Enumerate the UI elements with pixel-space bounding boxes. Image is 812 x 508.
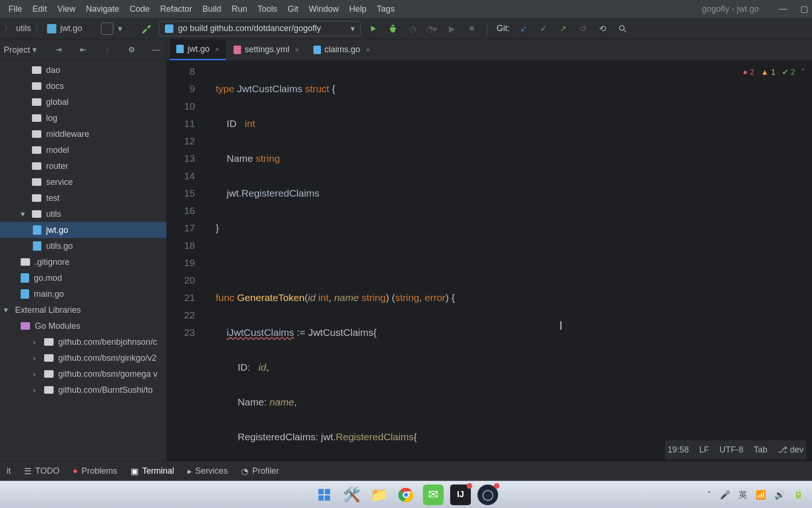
project-view-selector[interactable]: Project ▾ [4, 45, 40, 55]
problems-tool-button[interactable]: ● Problems [73, 466, 117, 476]
close-tab-icon[interactable]: × [364, 46, 370, 54]
taskbar-app-1[interactable]: 🛠️ [341, 484, 362, 505]
user-avatar[interactable] [101, 23, 113, 35]
tree-node-global[interactable]: global [0, 94, 166, 110]
module-node[interactable]: ›github.com/benbjohnson/c [0, 334, 166, 350]
stop-button[interactable]: ■ [464, 21, 479, 36]
external-libraries[interactable]: ▾External Libraries [0, 302, 166, 318]
battery-icon[interactable]: 🔋 [793, 490, 804, 500]
line-number[interactable]: 13 [167, 150, 195, 167]
debug-button[interactable] [385, 21, 400, 36]
wechat-icon[interactable]: ✉ [423, 484, 444, 505]
indent-setting[interactable]: Tab [754, 445, 767, 455]
line-number[interactable]: 14 [167, 167, 195, 184]
editor-tab-settings-yml[interactable]: settings.yml× [227, 39, 306, 60]
line-separator[interactable]: LF [699, 445, 709, 455]
services-tool-button[interactable]: ▸ Services [187, 466, 228, 476]
editor-tab-claims-go[interactable]: claims.go× [307, 39, 377, 60]
profiler-tool-button[interactable]: ◔ Profiler [241, 466, 279, 476]
profile-button[interactable]: ◔▸ [425, 21, 440, 36]
inspections-widget[interactable]: ● 2 ▲ 1 ✔ 2 ˆ [743, 64, 804, 81]
menu-file[interactable]: File [4, 2, 27, 16]
line-number[interactable]: 17 [167, 219, 195, 237]
coverage-button[interactable]: ◷ [405, 21, 420, 36]
menu-run[interactable]: Run [227, 2, 252, 16]
tree-node-service[interactable]: service [0, 174, 166, 190]
settings-gear-icon[interactable]: ⚙ [125, 43, 138, 56]
line-number[interactable]: 8 [167, 63, 195, 80]
editor-tab-jwt-go[interactable]: jwt.go× [170, 39, 226, 60]
git-branch[interactable]: ⎇ dev [778, 444, 804, 455]
line-number[interactable]: 21 [167, 289, 195, 306]
menu-refactor[interactable]: Refactor [156, 2, 197, 16]
todo-tool-button[interactable]: ☰ TODO [24, 466, 60, 476]
volume-icon[interactable]: 🔊 [774, 490, 785, 500]
line-number[interactable]: 22 [167, 306, 195, 324]
search-everywhere-icon[interactable] [615, 21, 630, 36]
module-node[interactable]: ›github.com/bsm/ginkgo/v2 [0, 350, 166, 366]
run-button[interactable] [366, 21, 381, 36]
git-tool-button[interactable]: it [7, 466, 11, 476]
build-hammer-icon[interactable] [139, 21, 154, 36]
tree-node--gitignore[interactable]: .gitignore [0, 254, 166, 270]
tray-expand-icon[interactable]: ˄ [707, 490, 711, 500]
line-number[interactable]: 20 [167, 271, 195, 289]
line-number[interactable]: 9 [167, 80, 195, 97]
line-number-gutter[interactable]: 891011121314151617181920212223 [167, 61, 203, 508]
menu-window[interactable]: Window [304, 2, 344, 16]
tree-node-go-mod[interactable]: go.mod [0, 270, 166, 286]
collapse-all-icon[interactable]: ⇤ [76, 43, 89, 56]
menu-view[interactable]: View [53, 2, 80, 16]
minimize-button[interactable]: — [779, 4, 787, 14]
ime-icon[interactable]: 英 [739, 489, 747, 500]
line-number[interactable]: 12 [167, 132, 195, 150]
tree-node-model[interactable]: model [0, 142, 166, 158]
tree-node-dao[interactable]: dao [0, 62, 166, 78]
fold-column[interactable] [203, 61, 212, 508]
expand-all-icon[interactable]: ⇥ [52, 43, 65, 56]
menu-code[interactable]: Code [125, 2, 155, 16]
tree-node-middleware[interactable]: middleware [0, 126, 166, 142]
line-number[interactable]: 16 [167, 202, 195, 219]
maximize-button[interactable]: ▢ [800, 4, 808, 14]
file-explorer-icon[interactable]: 📁 [368, 484, 389, 505]
git-history-icon[interactable]: ↺ [576, 21, 591, 36]
chrome-icon[interactable] [396, 484, 416, 505]
minimize-panel-icon[interactable]: — [149, 43, 163, 56]
menu-help[interactable]: Help [344, 2, 371, 16]
git-commit-icon[interactable]: ✓ [536, 21, 551, 36]
breadcrumb[interactable]: 〉 utils 〉 jwt.go [4, 23, 82, 34]
wifi-icon[interactable]: 📶 [756, 490, 766, 500]
menu-tools[interactable]: Tools [253, 2, 282, 16]
ide-icon[interactable]: IJ [450, 484, 471, 505]
line-number[interactable]: 11 [167, 115, 195, 132]
menu-git[interactable]: Git [283, 2, 303, 16]
go-modules-node[interactable]: Go Modules [0, 318, 166, 334]
line-number[interactable]: 23 [167, 324, 195, 341]
tree-node-jwt-go[interactable]: jwt.go [0, 222, 166, 238]
git-pull-icon[interactable]: ↙ [516, 21, 531, 36]
microphone-icon[interactable]: 🎤 [720, 490, 730, 500]
line-number[interactable]: 19 [167, 254, 195, 271]
tree-node-docs[interactable]: docs [0, 78, 166, 94]
git-push-icon[interactable]: ↗ [556, 21, 571, 36]
line-number[interactable]: 15 [167, 184, 195, 202]
attach-button[interactable]: ▶ [445, 21, 460, 36]
line-number[interactable]: 10 [167, 97, 195, 115]
module-node[interactable]: ›github.com/bsm/gomega v [0, 366, 166, 382]
tree-node-test[interactable]: test [0, 190, 166, 206]
menu-navigate[interactable]: Navigate [81, 2, 124, 16]
caret-position[interactable]: 19:58 [668, 445, 689, 455]
tree-node-utils[interactable]: ▾utils [0, 206, 166, 222]
module-node[interactable]: ›github.com/BurntSushi/to [0, 382, 166, 398]
tree-node-log[interactable]: log [0, 110, 166, 126]
project-tree[interactable]: daodocsgloballogmiddlewaremodelrouterser… [0, 60, 166, 461]
tree-node-main-go[interactable]: main.go [0, 286, 166, 302]
file-encoding[interactable]: UTF-8 [719, 445, 743, 455]
system-tray[interactable]: ˄ 🎤 英 📶 🔊 🔋 [707, 489, 804, 500]
close-tab-icon[interactable]: × [293, 46, 299, 54]
run-config-selector[interactable]: go build github.com/dotdancer/gogofly ▾ [159, 21, 361, 36]
close-tab-icon[interactable]: × [213, 45, 219, 53]
menu-build[interactable]: Build [198, 2, 226, 16]
menu-edit[interactable]: Edit [28, 2, 52, 16]
